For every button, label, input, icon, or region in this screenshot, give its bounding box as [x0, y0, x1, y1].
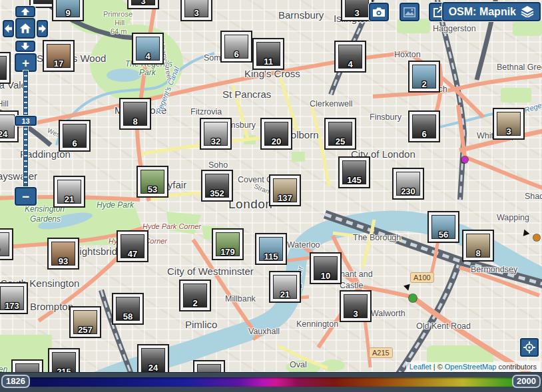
photo-cluster-marker[interactable]: 93 — [49, 239, 78, 268]
photo-cluster-marker[interactable]: 25 — [326, 119, 355, 148]
photo-cluster-marker[interactable]: 8 — [121, 99, 150, 128]
photo-count: 24 — [0, 129, 15, 139]
photo-cluster-marker[interactable]: 47 — [118, 232, 147, 261]
zoom-slider-handle[interactable]: 13 — [15, 116, 37, 126]
zoom-slider-track[interactable] — [23, 71, 28, 189]
layer-control-label: OSM: Mapnik — [449, 6, 516, 18]
photo-cluster-marker[interactable]: 8 — [463, 231, 493, 260]
photo-cluster-marker[interactable]: 3 — [342, 0, 372, 20]
photo-count: 173 — [0, 301, 24, 311]
photo-count: 20 — [264, 136, 288, 146]
openstreetmap-link[interactable]: OpenStreetMap — [445, 363, 497, 371]
zoom-level-value: 13 — [21, 117, 29, 125]
photo-cluster-marker[interactable]: 6 — [60, 121, 89, 150]
photo-count: 21 — [273, 290, 297, 299]
photo-cluster-marker[interactable] — [13, 361, 42, 373]
photo-cluster-marker[interactable]: 9 — [53, 0, 83, 20]
photo-cluster-marker[interactable]: 7 — [0, 230, 12, 259]
app-window: BarnsburyIslingtonHaggerstonHoxtonBethna… — [0, 0, 542, 392]
photo-count: 3 — [184, 8, 208, 18]
locate-button[interactable] — [520, 338, 539, 357]
pan-left-button[interactable] — [3, 20, 14, 37]
photo-cluster-marker[interactable]: 3 — [129, 0, 158, 8]
photo-cluster-marker[interactable]: 21 — [55, 177, 84, 206]
arrow-up-icon — [20, 8, 31, 15]
photo-cluster-marker[interactable]: 4 — [133, 34, 162, 63]
photo-cluster-marker[interactable]: 215 — [49, 349, 79, 373]
photo-cluster-marker[interactable]: 3 — [182, 0, 211, 20]
photo-count: 352 — [205, 188, 229, 198]
photo-cluster-marker[interactable]: 173 — [0, 284, 27, 313]
attribution: Leaflet | © OpenStreetMap contributors — [406, 362, 540, 371]
photo-cluster-marker[interactable]: 21 — [270, 272, 300, 301]
attribution-tail: contributors — [496, 363, 537, 371]
photo-count: 145 — [342, 175, 366, 185]
photo-count: 3 — [345, 8, 369, 18]
photo-count: 21 — [57, 194, 81, 204]
photo-cluster-marker[interactable]: 6 — [222, 32, 251, 61]
photo-count: 32 — [204, 136, 228, 146]
photo-cluster-marker[interactable]: 20 — [262, 119, 291, 148]
photo-cluster-marker[interactable]: 53 — [138, 167, 167, 196]
photo-cluster-marker[interactable]: 145 — [340, 158, 369, 187]
timeline-end-handle[interactable]: 2000 — [512, 375, 541, 388]
timeline-start-handle[interactable]: 1826 — [1, 375, 30, 388]
photo-cluster-marker[interactable]: 24 — [138, 345, 168, 373]
image-icon — [404, 7, 415, 17]
photo-cluster-marker[interactable]: 58 — [113, 294, 142, 323]
photo-cluster-marker[interactable]: 10 — [311, 254, 340, 283]
photo-cluster-marker[interactable]: 2 — [180, 281, 210, 310]
photo-count: 3 — [497, 126, 521, 136]
camera-button[interactable] — [369, 3, 389, 21]
photo-count: 4 — [338, 59, 362, 69]
photo-cluster-marker[interactable]: 257 — [71, 307, 100, 337]
photo-cluster-marker[interactable]: 352 — [202, 171, 232, 200]
layers-icon — [521, 6, 534, 17]
photo-cluster-marker[interactable]: 3 — [341, 292, 370, 321]
photo-cluster-marker[interactable]: 17 — [44, 41, 73, 71]
photo-cluster-marker[interactable]: 32 — [201, 119, 230, 148]
photo-count: 9 — [56, 8, 80, 18]
photo-cluster-marker[interactable]: 137 — [270, 176, 300, 205]
photo-cluster-marker[interactable]: 230 — [394, 169, 423, 198]
photo-count: 8 — [466, 248, 490, 258]
timeline-track[interactable] — [5, 377, 537, 387]
photo-cluster-marker[interactable]: 6 — [409, 112, 439, 141]
photo-count: 25 — [328, 136, 352, 146]
image-button[interactable] — [400, 3, 419, 21]
minus-icon: − — [22, 190, 29, 203]
photo-count: 4 — [136, 51, 160, 61]
photo-cluster-marker[interactable]: 3 — [494, 109, 523, 138]
photo-cluster-marker[interactable]: 2 — [409, 62, 439, 91]
photo-count: 2 — [412, 79, 436, 89]
photo-cluster-marker[interactable]: 115 — [256, 234, 286, 264]
pan-right-button[interactable] — [37, 20, 48, 37]
map-canvas[interactable]: BarnsburyIslingtonHaggerstonHoxtonBethna… — [0, 0, 542, 373]
photo-cluster-marker[interactable]: 56 — [429, 212, 458, 242]
home-icon — [19, 23, 31, 34]
arrow-left-icon — [5, 23, 12, 34]
photo-count: 11 — [256, 57, 280, 67]
zoom-in-button[interactable]: + — [15, 53, 37, 72]
plus-icon: + — [22, 57, 29, 69]
pan-home-button[interactable] — [15, 18, 35, 39]
photo-count: 2 — [183, 298, 207, 308]
zoom-out-button[interactable]: − — [15, 187, 37, 206]
photo-cluster-marker[interactable]: 11 — [254, 39, 283, 69]
photo-cluster-marker[interactable] — [194, 361, 224, 373]
photo-count: 3 — [131, 0, 155, 6]
camera-icon — [372, 7, 386, 17]
leaflet-link[interactable]: Leaflet — [409, 363, 431, 371]
timeline-start-year: 1826 — [6, 376, 25, 386]
photo-cluster-marker[interactable]: 5 — [0, 53, 9, 83]
layer-control[interactable]: OSM: Mapnik — [442, 2, 541, 21]
timeline-end-year: 2000 — [517, 376, 536, 386]
photo-cluster-marker[interactable]: 179 — [213, 230, 242, 259]
photo-thumbnail — [15, 363, 39, 373]
attribution-separator: | © — [431, 363, 445, 371]
photo-count: 6 — [224, 49, 248, 59]
pan-down-button[interactable] — [15, 41, 35, 52]
pan-up-button[interactable] — [15, 6, 35, 17]
locate-icon — [523, 341, 535, 353]
photo-cluster-marker[interactable]: 4 — [336, 42, 365, 71]
